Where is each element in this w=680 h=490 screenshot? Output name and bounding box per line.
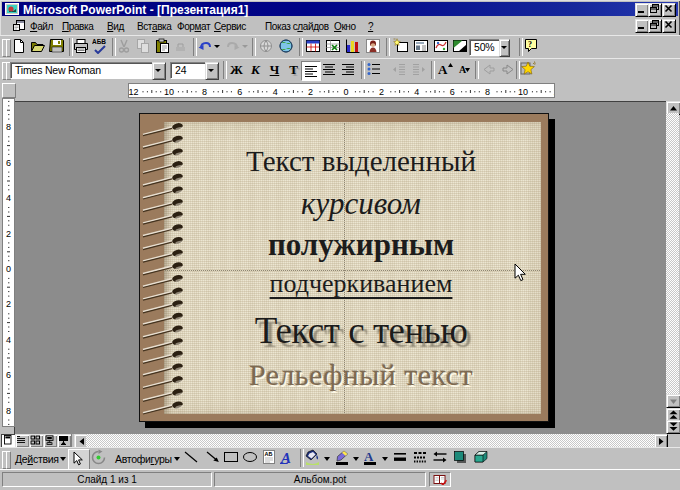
- svg-text:4: 4: [6, 193, 11, 203]
- svg-text:А: А: [364, 449, 374, 464]
- svg-text:АБ: АБ: [265, 451, 273, 457]
- svg-text:8: 8: [202, 87, 207, 97]
- svg-text:10: 10: [518, 87, 528, 97]
- svg-text:А: А: [459, 64, 467, 75]
- svg-text:0: 0: [6, 264, 11, 274]
- svg-text:2: 2: [6, 229, 11, 239]
- svg-text:А: А: [438, 62, 448, 77]
- svg-text:4: 4: [6, 335, 11, 345]
- svg-text:10: 10: [164, 87, 174, 97]
- svg-text:6: 6: [6, 158, 11, 168]
- svg-text:2: 2: [6, 299, 11, 309]
- svg-text:8: 8: [485, 87, 490, 97]
- svg-text:6: 6: [237, 87, 242, 97]
- svg-text:4: 4: [273, 87, 278, 97]
- svg-text:АБВ: АБВ: [92, 38, 106, 45]
- svg-text:12: 12: [553, 87, 554, 97]
- svg-text:8: 8: [6, 122, 11, 132]
- svg-text:4: 4: [414, 87, 419, 97]
- svg-text:A: A: [280, 450, 291, 466]
- svg-text:?: ?: [528, 40, 532, 49]
- svg-text:2: 2: [308, 87, 313, 97]
- svg-text:0: 0: [343, 87, 348, 97]
- svg-text:6: 6: [450, 87, 455, 97]
- svg-text:12: 12: [129, 87, 139, 97]
- svg-text:8: 8: [6, 406, 11, 416]
- svg-text:2: 2: [379, 87, 384, 97]
- svg-text:6: 6: [6, 370, 11, 380]
